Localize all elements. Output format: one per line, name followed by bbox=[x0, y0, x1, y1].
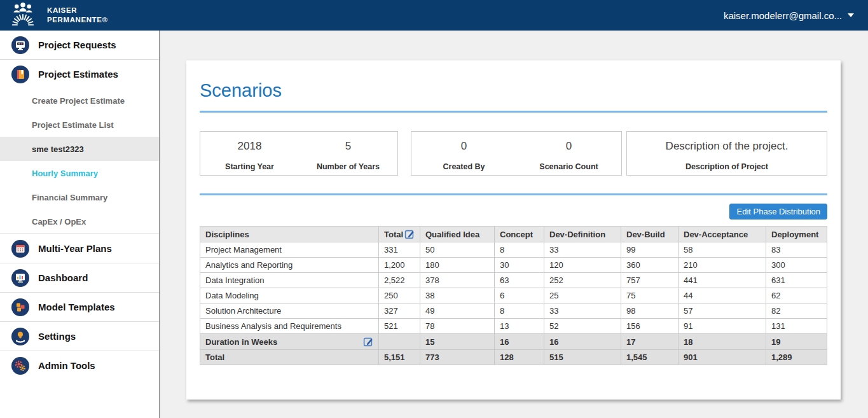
table-row: Solution Architecture32749833985782 bbox=[200, 303, 827, 319]
value-cell bbox=[379, 334, 420, 350]
sidebar-item-model-templates[interactable]: Model Templates bbox=[0, 293, 159, 321]
value-cell: 120 bbox=[544, 258, 621, 273]
sidebar-item-admin-tools[interactable]: Admin Tools bbox=[0, 351, 159, 380]
table-row: Project Management33150833995883 bbox=[200, 242, 827, 258]
stat-label: Number of Years bbox=[299, 162, 397, 171]
user-menu[interactable]: kaiser.modelerr@gmail.co... bbox=[724, 10, 854, 21]
sidebar-item-label: Model Templates bbox=[38, 302, 115, 312]
discipline-cell: Analytics and Reporting bbox=[200, 258, 379, 273]
sidebar-item-label: Multi-Year Plans bbox=[38, 243, 112, 254]
discipline-cell: Project Management bbox=[200, 242, 379, 258]
value-cell: 52 bbox=[544, 319, 621, 334]
sidebar-item-project-estimates[interactable]: Project Estimates bbox=[0, 60, 159, 88]
summary-card: Description of the project.Description o… bbox=[626, 131, 827, 176]
sidebar-item-financial-summary[interactable]: Financial Summary bbox=[0, 185, 159, 209]
column-header: Disciplines bbox=[200, 226, 379, 242]
value-cell: 18 bbox=[679, 334, 766, 350]
value-cell: 25 bbox=[544, 288, 621, 303]
brand-text: KAISER PERMANENTE® bbox=[47, 6, 108, 25]
stat: 2018Starting Year bbox=[200, 132, 299, 175]
summary-card: 0Created By0Scenario Count bbox=[411, 131, 622, 176]
sidebar-item-label: sme test2323 bbox=[32, 144, 84, 154]
sidebar-item-label: CapEx / OpEx bbox=[32, 217, 86, 226]
value-cell: 5,151 bbox=[379, 350, 420, 365]
stat-value: 0 bbox=[516, 140, 621, 153]
column-header: Dev-Definition bbox=[544, 226, 621, 242]
stat: Description of the project.Description o… bbox=[627, 132, 827, 175]
total-label-cell: Total bbox=[200, 350, 379, 365]
main-content: Scenarios 2018Starting Year5Number of Ye… bbox=[160, 31, 868, 418]
sidebar-item-hourly-summary[interactable]: Hourly Summary bbox=[0, 161, 159, 185]
value-cell: 327 bbox=[379, 303, 420, 319]
value-cell: 98 bbox=[621, 303, 679, 319]
value-cell: 8 bbox=[495, 242, 544, 258]
value-cell: 1,200 bbox=[379, 258, 420, 273]
column-header: Total bbox=[379, 226, 420, 242]
total-row: Total5,1517731285151,5459011,289 bbox=[200, 350, 827, 365]
multi-year-plans-icon bbox=[11, 239, 30, 258]
value-cell: 252 bbox=[544, 273, 621, 288]
value-cell: 773 bbox=[420, 350, 495, 365]
table-row: Data Modeling25038625754462 bbox=[200, 288, 827, 303]
column-header-label: Dev-Acceptance bbox=[684, 230, 748, 239]
value-cell: 44 bbox=[679, 288, 766, 303]
user-email: kaiser.modelerr@gmail.co... bbox=[724, 10, 842, 21]
sidebar-item-label: Settings bbox=[38, 331, 76, 342]
column-header-label: Dev-Definition bbox=[549, 230, 605, 239]
sidebar-item-create-project-estimate[interactable]: Create Project Estimate bbox=[0, 88, 159, 113]
sidebar-item-project-requests[interactable]: Project Requests bbox=[0, 31, 159, 59]
sidebar-nav: Project RequestsProject EstimatesCreate … bbox=[0, 31, 160, 418]
duration-label: Duration in Weeks bbox=[205, 337, 277, 347]
value-cell: 16 bbox=[544, 334, 621, 350]
value-cell: 6 bbox=[495, 288, 544, 303]
table-body: Project Management33150833995883Analytic… bbox=[200, 242, 827, 365]
discipline-cell: Solution Architecture bbox=[200, 303, 379, 319]
summary-card: 2018Starting Year5Number of Years bbox=[200, 131, 398, 176]
admin-tools-icon bbox=[11, 356, 30, 375]
sidebar-item-multi-year-plans[interactable]: Multi-Year Plans bbox=[0, 234, 159, 263]
column-header: Deployment bbox=[766, 226, 827, 242]
sidebar-item-sme-test2323[interactable]: sme test2323 bbox=[0, 137, 159, 161]
project-estimates-icon bbox=[11, 65, 30, 84]
sidebar-item-label: Dashboard bbox=[38, 272, 88, 283]
sidebar-item-project-estimate-list[interactable]: Project Estimate List bbox=[0, 113, 159, 137]
disciplines-table: DisciplinesTotalQualified IdeaConceptDev… bbox=[200, 226, 827, 365]
stat-label: Starting Year bbox=[200, 162, 299, 171]
column-header: Dev-Build bbox=[621, 226, 679, 242]
value-cell: 33 bbox=[544, 242, 621, 258]
settings-icon bbox=[11, 327, 30, 346]
brand: KAISER PERMANENTE® bbox=[6, 2, 108, 29]
sidebar-item-settings[interactable]: Settings bbox=[0, 322, 159, 351]
value-cell: 15 bbox=[420, 334, 495, 350]
table-row: Data Integration2,52237863252757441631 bbox=[200, 273, 827, 288]
column-header: Concept bbox=[495, 226, 544, 242]
sidebar-item-capex-opex[interactable]: CapEx / OpEx bbox=[0, 209, 159, 233]
stat-value: 2018 bbox=[200, 140, 299, 153]
value-cell: 210 bbox=[679, 258, 766, 273]
table-row: Analytics and Reporting1,200180301203602… bbox=[200, 258, 827, 273]
value-cell: 378 bbox=[420, 273, 495, 288]
value-cell: 631 bbox=[766, 273, 827, 288]
value-cell: 16 bbox=[495, 334, 544, 350]
edit-phase-distribution-button[interactable]: Edit Phase Distribution bbox=[729, 204, 827, 219]
stat: 0Created By bbox=[411, 132, 516, 175]
value-cell: 521 bbox=[379, 319, 420, 334]
column-header-label: Dev-Build bbox=[626, 230, 665, 239]
stat-label: Description of Project bbox=[627, 162, 827, 171]
value-cell: 30 bbox=[495, 258, 544, 273]
sidebar-item-dashboard[interactable]: Dashboard bbox=[0, 263, 159, 292]
value-cell: 901 bbox=[679, 350, 766, 365]
value-cell: 441 bbox=[679, 273, 766, 288]
value-cell: 128 bbox=[495, 350, 544, 365]
brand-line1: KAISER bbox=[47, 6, 108, 15]
chevron-down-icon bbox=[848, 13, 854, 17]
edit-total-icon[interactable] bbox=[404, 229, 415, 239]
summary-cards: 2018Starting Year5Number of Years0Create… bbox=[200, 131, 827, 176]
value-cell: 83 bbox=[766, 242, 827, 258]
duration-row: Duration in Weeks151616171819 bbox=[200, 334, 827, 350]
value-cell: 49 bbox=[420, 303, 495, 319]
edit-duration-icon[interactable] bbox=[363, 337, 373, 347]
value-cell: 2,522 bbox=[379, 273, 420, 288]
value-cell: 57 bbox=[679, 303, 766, 319]
stat-value: Description of the project. bbox=[627, 140, 827, 153]
